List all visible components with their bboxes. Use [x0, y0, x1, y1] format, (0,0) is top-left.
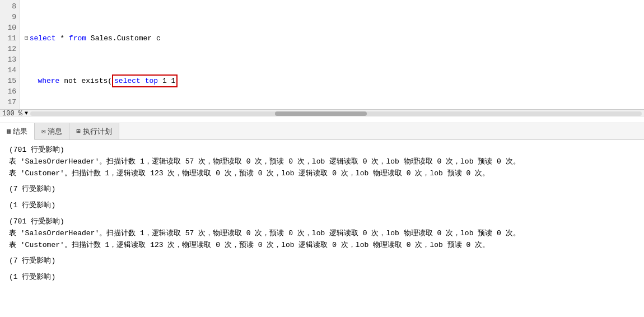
- result-line: 表 'SalesOrderHeader'。扫描计数 1，逻辑读取 57 次，物理…: [9, 156, 635, 168]
- kw-select-8: select: [30, 33, 56, 44]
- editor-area: 8 9 10 11 12 13 14 15 16 17 ⊟select * fr…: [0, 0, 644, 123]
- result-line: 表 'Customer'。扫描计数 1，逻辑读取 123 次，物理读取 0 次，…: [9, 168, 635, 180]
- code-text-9a: not exists(: [59, 76, 112, 86]
- horizontal-scrollbar[interactable]: [30, 111, 642, 116]
- tab-results-label: 结果: [13, 127, 27, 137]
- zoom-label: 100 %: [2, 110, 22, 118]
- code-content: ⊟select * from Sales.Customer c where no…: [20, 0, 644, 109]
- kw-top-9: top: [145, 77, 158, 85]
- result-block-3: (1 行受影响): [9, 200, 635, 212]
- tab-execplan-label: 执行计划: [83, 127, 112, 137]
- collapse-icon-8: ⊟: [25, 33, 29, 44]
- kw-where-9: where: [38, 76, 59, 86]
- result-line: (1 行受影响): [9, 272, 635, 283]
- highlight-select-top: select top 1 1: [112, 74, 178, 87]
- code-line-9: where not exists(select top 1 1: [25, 76, 640, 86]
- msg-icon: ✉: [41, 127, 45, 136]
- tabs-bar: ▦ 结果 ✉ 消息 ⊞ 执行计划: [0, 123, 644, 140]
- scrollbar-area: 100 % ▼: [0, 109, 644, 117]
- result-block-2: (7 行受影响): [9, 184, 635, 195]
- code-text-9b: [141, 77, 145, 85]
- code-line-8: ⊟select * from Sales.Customer c: [25, 33, 640, 44]
- result-block-1: (701 行受影响) 表 'SalesOrderHeader'。扫描计数 1，逻…: [9, 144, 635, 179]
- indent-9: [25, 76, 38, 86]
- grid-icon: ▦: [7, 127, 11, 136]
- result-block-6: (1 行受影响): [9, 272, 635, 283]
- result-line: 表 'SalesOrderHeader'。扫描计数 1，逻辑读取 57 次，物理…: [9, 228, 635, 240]
- tab-execplan[interactable]: ⊞ 执行计划: [69, 123, 119, 139]
- kw-select-9: select: [114, 77, 141, 85]
- result-line: (7 行受影响): [9, 184, 635, 195]
- plan-icon: ⊞: [76, 127, 80, 136]
- result-line: (1 行受影响): [9, 200, 635, 212]
- code-text-8b: Sales.Customer c: [86, 33, 161, 44]
- scrollbar-thumb[interactable]: [275, 111, 367, 116]
- result-line: 表 'Customer'。扫描计数 1，逻辑读取 123 次，物理读取 0 次，…: [9, 240, 635, 251]
- result-block-5: (7 行受影响): [9, 255, 635, 267]
- kw-from-8: from: [69, 33, 86, 44]
- tab-messages[interactable]: ✉ 消息: [35, 123, 69, 139]
- code-text-8: *: [55, 33, 68, 44]
- result-block-4: (701 行受影响) 表 'SalesOrderHeader'。扫描计数 1，逻…: [9, 216, 635, 251]
- results-area: (701 行受影响) 表 'SalesOrderHeader'。扫描计数 1，逻…: [0, 140, 644, 317]
- tab-messages-label: 消息: [48, 127, 62, 137]
- result-line: (701 行受影响): [9, 216, 635, 228]
- code-text-9c: 1 1: [158, 77, 175, 85]
- tab-results[interactable]: ▦ 结果: [0, 123, 35, 140]
- line-numbers: 8 9 10 11 12 13 14 15 16 17: [0, 0, 20, 109]
- code-container: 8 9 10 11 12 13 14 15 16 17 ⊟select * fr…: [0, 0, 644, 109]
- result-line: (701 行受影响): [9, 144, 635, 156]
- zoom-dropdown-icon[interactable]: ▼: [25, 110, 28, 116]
- result-line: (7 行受影响): [9, 255, 635, 267]
